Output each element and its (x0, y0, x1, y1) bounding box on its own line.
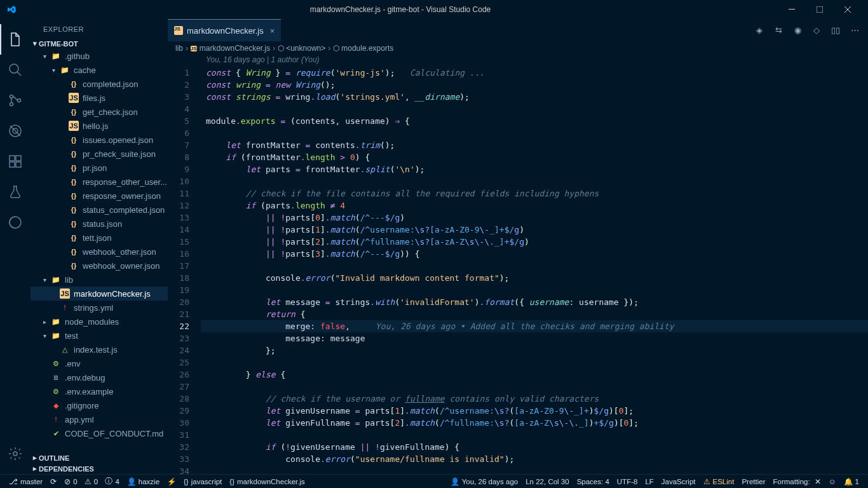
sb-mode[interactable]: JavaScript (658, 475, 700, 489)
tree-item[interactable]: status.json (31, 217, 168, 231)
activity-extensions[interactable] (0, 146, 31, 177)
js-icon (191, 46, 197, 51)
svg-point-2 (10, 64, 18, 73)
tree-item[interactable]: ✔CODE_OF_CONDUCT.md (31, 426, 168, 440)
person-icon: 👤 (451, 477, 459, 486)
tree-item[interactable]: ◆.gitignore (31, 398, 168, 412)
maximize-button[interactable] (806, 0, 834, 19)
activity-settings[interactable] (0, 438, 31, 469)
tree-item[interactable]: webhook_owner.json (31, 259, 168, 273)
svg-rect-10 (16, 162, 21, 167)
sb-prettier[interactable]: Prettier (738, 475, 769, 489)
tree-item[interactable]: status_completed.json (31, 203, 168, 217)
source-code[interactable]: const { Wring } = require('wring-js'); C… (201, 67, 868, 474)
bracket-icon: {} (184, 478, 189, 485)
sb-lang-icon[interactable]: {}javascript (180, 475, 226, 489)
tree-item[interactable]: completed.json (31, 77, 168, 91)
editor-area: markdownChecker.js × ◈ ⇆ ◉ ◇ ▯▯ ⋯ lib› m… (168, 19, 868, 474)
svg-rect-0 (789, 9, 795, 10)
tree-item[interactable]: !strings.yml (31, 301, 168, 315)
sb-problems[interactable]: ⊘0 ⚠0 ⓘ4 (60, 475, 123, 489)
tree-item[interactable]: ⚙.env.example (31, 384, 168, 398)
section-deps[interactable]: ▸ DEPENDENCIES (31, 463, 168, 474)
tree-item[interactable]: webhook_other.json (31, 245, 168, 259)
sb-eslint[interactable]: ⚠ESLint (700, 475, 738, 489)
sb-sync[interactable]: ⟳ (46, 475, 60, 489)
statusbar: ⎇master ⟳ ⊘0 ⚠0 ⓘ4 👤haxzie ⚡ {}javascrip… (0, 474, 868, 488)
tree-item[interactable]: pr_check_suite.json (31, 147, 168, 161)
tree-item[interactable]: resposne_owner.json (31, 189, 168, 203)
sb-feedback[interactable]: ☺ (825, 475, 840, 489)
activity-test[interactable] (0, 177, 31, 207)
app-logo-icon (6, 4, 17, 15)
tree-item[interactable]: pr.json (31, 161, 168, 175)
smiley-icon: ☺ (829, 478, 836, 485)
tree-item[interactable]: !app.yml (31, 412, 168, 426)
error-icon: ⊘ (64, 477, 71, 486)
svg-rect-8 (10, 156, 15, 161)
editor-tabs: markdownChecker.js × ◈ ⇆ ◉ ◇ ▯▯ ⋯ (168, 19, 868, 41)
tree-item[interactable]: response_other_user... (31, 175, 168, 189)
warning-icon: ⚠ (703, 477, 710, 486)
close-button[interactable] (834, 0, 862, 19)
sb-encoding[interactable]: UTF-8 (613, 475, 642, 489)
sb-file[interactable]: {}markdownChecker.js (226, 475, 308, 489)
sb-notifications[interactable]: 🔔1 (840, 475, 863, 489)
breadcrumb[interactable]: lib› markdownChecker.js› ⬡<unknown>› ⬡mo… (168, 41, 868, 55)
tree-item[interactable]: ▸📁node_modules (31, 315, 168, 329)
diff-icon[interactable]: ◇ (811, 25, 822, 36)
tree-item[interactable]: issues.opened.json (31, 133, 168, 147)
gitlens-icon[interactable]: ◈ (754, 25, 765, 36)
split-icon[interactable]: ▯▯ (830, 25, 841, 36)
info-icon: ⓘ (105, 477, 112, 486)
sb-indent[interactable]: Spaces: 4 (573, 475, 613, 489)
tree-item[interactable]: get_check.json (31, 105, 168, 119)
tab-markdownchecker[interactable]: markdownChecker.js × (168, 19, 281, 41)
compare-icon[interactable]: ⇆ (773, 25, 784, 36)
tree-item[interactable]: tett.json (31, 231, 168, 245)
tree-item[interactable]: ▾📁.github (31, 49, 168, 63)
sidebar-title: EXPLORER (31, 19, 168, 38)
close-icon[interactable]: × (270, 26, 275, 36)
svg-point-3 (10, 95, 13, 98)
sb-gitlens[interactable]: 👤You, 26 days ago (447, 475, 522, 489)
warning-icon: ⚠ (85, 477, 92, 486)
reveal-icon[interactable]: ◉ (792, 25, 803, 36)
tree-item[interactable]: files.js (31, 91, 168, 105)
tree-item[interactable]: ⚙.env (31, 356, 168, 370)
line-numbers: 1234567891011121314151617181920212223242… (168, 67, 201, 474)
activity-search[interactable] (0, 55, 31, 85)
gitlens-codelens[interactable]: You, 16 days ago | 1 author (You) (168, 55, 868, 67)
tree-item[interactable]: ▾📁lib (31, 273, 168, 287)
tree-item[interactable]: markdownChecker.js (31, 287, 168, 301)
window-title: markdownChecker.js - gitme-bot - Visual … (23, 5, 778, 14)
tree-item[interactable]: 🗎.env.debug (31, 370, 168, 384)
sb-quokka[interactable]: ⚡ (163, 475, 180, 489)
file-tree[interactable]: ▾📁.github▾📁cachecompleted.jsonfiles.jsge… (31, 49, 168, 452)
tree-item[interactable]: △index.test.js (31, 342, 168, 356)
sb-liveshare[interactable]: 👤haxzie (123, 475, 163, 489)
tree-item[interactable]: ▾📁cache (31, 63, 168, 77)
editor-actions: ◈ ⇆ ◉ ◇ ▯▯ ⋯ (754, 25, 868, 36)
sb-format[interactable]: Formatting: ✕ (769, 475, 824, 489)
sb-branch[interactable]: ⎇master (5, 475, 46, 489)
window-controls (778, 0, 862, 19)
activity-explorer[interactable] (0, 24, 31, 55)
tree-item[interactable]: ▾📁test (31, 329, 168, 342)
more-icon[interactable]: ⋯ (849, 25, 860, 36)
sb-lncol[interactable]: Ln 22, Col 30 (522, 475, 573, 489)
section-root[interactable]: ▾ GITME-BOT (31, 38, 168, 49)
activity-scm[interactable] (0, 85, 31, 116)
person-icon: 👤 (127, 477, 136, 486)
js-icon (174, 26, 183, 35)
activity-bar (0, 19, 31, 474)
section-outline[interactable]: ▸ OUTLINE (31, 452, 168, 463)
sync-icon: ⟳ (50, 477, 57, 486)
sb-eol[interactable]: LF (641, 475, 657, 489)
svg-point-4 (10, 103, 13, 106)
minimize-button[interactable] (778, 0, 806, 19)
activity-debug[interactable] (0, 116, 31, 146)
sidebar: EXPLORER ▾ GITME-BOT ▾📁.github▾📁cachecom… (31, 19, 168, 474)
activity-gitlens[interactable] (0, 207, 31, 238)
tree-item[interactable]: hello.js (31, 119, 168, 133)
